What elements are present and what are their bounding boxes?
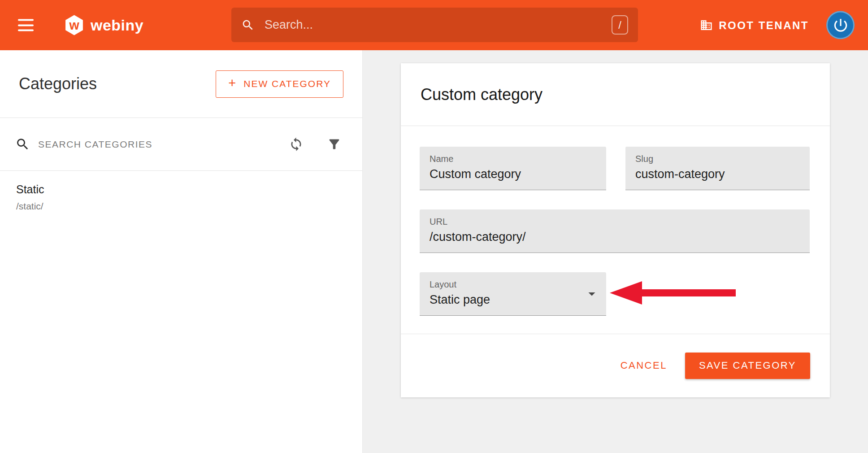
categories-search-input[interactable]: SEARCH CATEGORIES xyxy=(38,139,289,150)
slug-field[interactable]: Slug custom-category xyxy=(625,147,810,190)
page-title: Categories xyxy=(19,74,97,93)
name-field-label: Name xyxy=(430,154,596,164)
global-search-placeholder: Search... xyxy=(265,18,612,32)
power-icon xyxy=(832,17,849,34)
category-form-card: Custom category Name Custom category Slu… xyxy=(401,63,830,397)
webiny-logo[interactable]: w webiny xyxy=(64,15,143,36)
plus-icon: + xyxy=(228,77,237,90)
form-body: Name Custom category Slug custom-categor… xyxy=(401,126,830,334)
brand-name: webiny xyxy=(91,17,143,34)
tenant-label: ROOT TENANT xyxy=(719,19,809,31)
search-icon xyxy=(241,18,255,32)
slug-field-label: Slug xyxy=(635,154,800,164)
search-icon xyxy=(15,137,30,152)
form-title: Custom category xyxy=(421,85,542,104)
topbar: w webiny Search... / ROOT TENANT xyxy=(0,0,868,50)
slug-field-value: custom-category xyxy=(635,167,800,181)
name-field[interactable]: Name Custom category xyxy=(420,147,606,190)
url-field[interactable]: URL /custom-category/ xyxy=(420,209,810,253)
webiny-hexagon-icon: w xyxy=(64,15,85,36)
search-shortcut-badge: / xyxy=(612,15,628,35)
global-search-input[interactable]: Search... / xyxy=(231,8,638,42)
categories-header: Categories + NEW CATEGORY xyxy=(0,50,362,118)
details-panel: Custom category Name Custom category Slu… xyxy=(363,50,868,453)
building-icon xyxy=(700,19,713,32)
layout-select[interactable]: Layout Static page xyxy=(420,272,606,316)
filter-button[interactable] xyxy=(327,137,342,152)
new-category-button[interactable]: + NEW CATEGORY xyxy=(216,70,343,98)
url-field-label: URL xyxy=(430,217,800,227)
categories-list: Static /static/ xyxy=(0,171,362,225)
category-url: /static/ xyxy=(16,201,346,212)
new-category-label: NEW CATEGORY xyxy=(243,78,331,89)
refresh-icon xyxy=(289,137,304,152)
url-field-value: /custom-category/ xyxy=(430,230,800,244)
save-category-button[interactable]: SAVE CATEGORY xyxy=(685,353,810,379)
main-content: Categories + NEW CATEGORY SEARCH CATEGOR… xyxy=(0,50,868,453)
refresh-button[interactable] xyxy=(289,137,304,152)
svg-text:w: w xyxy=(69,18,79,32)
name-field-value: Custom category xyxy=(430,167,596,181)
category-name: Static xyxy=(16,183,346,196)
user-avatar[interactable] xyxy=(826,11,855,39)
cancel-button[interactable]: CANCEL xyxy=(621,360,667,371)
annotation-arrow xyxy=(609,280,737,305)
categories-panel: Categories + NEW CATEGORY SEARCH CATEGOR… xyxy=(0,50,363,453)
tenant-selector[interactable]: ROOT TENANT xyxy=(700,19,809,32)
chevron-down-icon xyxy=(584,286,600,302)
filter-icon xyxy=(327,137,342,152)
layout-select-value: Static page xyxy=(430,293,596,307)
categories-search-row: SEARCH CATEGORIES xyxy=(0,118,362,170)
form-footer: CANCEL SAVE CATEGORY xyxy=(401,334,830,397)
layout-select-label: Layout xyxy=(430,279,596,290)
list-item-static[interactable]: Static /static/ xyxy=(0,171,362,225)
menu-icon[interactable] xyxy=(18,19,34,31)
form-header: Custom category xyxy=(401,63,830,126)
